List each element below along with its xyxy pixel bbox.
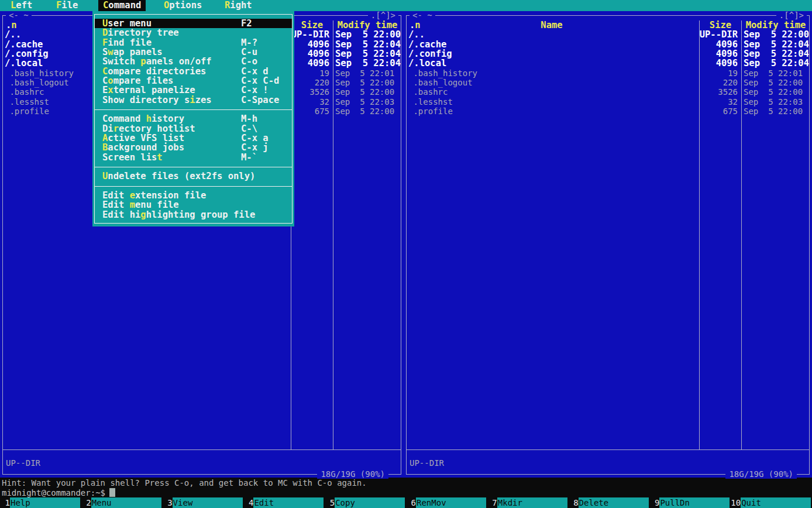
file-row-bash-logout[interactable]: .bash_logout220Sep 5 22:00 — [407, 78, 809, 87]
fkey-edit[interactable]: 4Edit — [243, 497, 325, 508]
file-name: /.local — [408, 59, 446, 68]
file-size: 3526 — [718, 87, 738, 97]
mc-screen: <- ~ .[^]> .n Name Size Modify time /..U… — [0, 0, 812, 508]
file-row-cache[interactable]: /.cache4096Sep 5 22:04 — [407, 40, 809, 49]
history-back-icon[interactable]: <- — [412, 11, 422, 20]
text-cursor — [109, 488, 115, 497]
file-mtime: Sep 5 22:03 — [335, 97, 400, 107]
fkey-view[interactable]: 3View — [163, 497, 244, 508]
file-row-local[interactable]: /.local4096Sep 5 22:04 — [407, 59, 809, 68]
menu-item-swap-panels[interactable]: Swap panelsC-u — [95, 47, 292, 57]
file-size: 675 — [315, 107, 329, 116]
menu-shortcut: C-x j — [241, 143, 269, 152]
file-name: .bashrc — [5, 87, 44, 97]
command-menu-dropdown: User menuF2Directory treeFind fileM-?Swa… — [92, 11, 294, 226]
file-name: .profile — [5, 107, 49, 116]
hint-line: Hint: Want your plain shell? Press C-o, … — [2, 478, 367, 488]
file-row-profile[interactable]: .profile675Sep 5 22:00 — [407, 107, 809, 116]
header-size[interactable]: Size — [700, 20, 741, 30]
file-size: 32 — [728, 97, 738, 107]
fkey-label: View — [173, 497, 243, 508]
menu-shortcut: M-h — [241, 114, 257, 123]
fkey-label: Mkdir — [497, 497, 567, 508]
menu-item-switch-panels-on-off[interactable]: Switch panels on/offC-o — [95, 57, 292, 66]
file-mtime: Sep 5 22:00 — [335, 107, 400, 116]
fkey-label: Edit — [253, 497, 324, 508]
file-size: 220 — [315, 78, 329, 87]
file-name: .lesshst — [5, 97, 49, 107]
dropdown-items: User menuF2Directory treeFind fileM-?Swa… — [95, 19, 292, 219]
file-size: UP--DIR — [291, 30, 329, 39]
file-size: 4096 — [716, 49, 738, 59]
menu-item-external-panelize[interactable]: External panelizeC-x ! — [95, 85, 292, 95]
shell-prompt[interactable]: midnight@commander:~$ — [2, 488, 115, 497]
menu-item-edit-menu-file[interactable]: Edit menu file — [95, 200, 292, 210]
menu-left[interactable]: Left — [11, 0, 32, 11]
fkey-pulldn[interactable]: 9PullDn — [649, 497, 731, 508]
menu-shortcut: C-x a — [241, 133, 269, 143]
file-name: /.config — [5, 49, 49, 59]
menu-item-undelete-files-ext2fs-only[interactable]: Undelete files (ext2fs only) — [95, 171, 292, 181]
panel-nav-controls[interactable]: .[^]> — [368, 11, 398, 20]
fkey-renmov[interactable]: 6RenMov — [406, 497, 487, 508]
menu-item-command-history[interactable]: Command historyM-h — [95, 114, 292, 123]
menu-item-directory-hotlist[interactable]: Directory hotlistC-\ — [95, 124, 292, 133]
menu-shortcut: C-o — [241, 57, 257, 66]
menu-item-show-directory-sizes[interactable]: Show directory sizesC-Space — [95, 95, 292, 105]
fkey-quit[interactable]: 10Quit — [731, 497, 812, 508]
fkey-label: Menu — [91, 497, 161, 508]
panel-path[interactable]: ~ — [23, 11, 28, 20]
file-name: /.. — [408, 30, 425, 39]
header-mtime[interactable]: Modify time — [743, 20, 808, 30]
fkey-menu[interactable]: 2Menu — [81, 497, 163, 508]
status-separator — [2, 449, 401, 450]
menu-shortcut: C-x ! — [241, 85, 269, 95]
menu-item-compare-files[interactable]: Compare filesC-x C-d — [95, 76, 292, 85]
panel-border — [401, 15, 401, 475]
menu-item-user-menu[interactable]: User menuF2 — [95, 19, 292, 28]
panel-nav-controls[interactable]: .[^]> — [776, 11, 807, 20]
file-mtime: Sep 5 22:00 — [335, 30, 400, 39]
menu-options[interactable]: Options — [164, 0, 202, 11]
file-size: 4096 — [308, 40, 329, 49]
file-name: .profile — [408, 107, 453, 116]
file-row-bash-history[interactable]: .bash_history19Sep 5 22:01 — [407, 68, 809, 78]
menu-shortcut: M-? — [241, 38, 257, 47]
history-back-icon[interactable]: <- — [9, 11, 19, 20]
file-name: .lesshst — [408, 97, 453, 107]
menu-item-edit-extension-file[interactable]: Edit extension file — [95, 191, 292, 200]
header-mtime[interactable]: Modify time — [335, 20, 400, 30]
panel-header-row: .n Name Size Modify time — [407, 20, 809, 30]
menu-item-active-vfs-list[interactable]: Active VFS listC-x a — [95, 133, 292, 143]
menu-item-compare-directories[interactable]: Compare directoriesC-x d — [95, 67, 292, 76]
menu-right[interactable]: Right — [225, 0, 252, 11]
file-mtime: Sep 5 22:04 — [744, 49, 808, 59]
menu-file[interactable]: File — [56, 0, 78, 11]
file-mtime: Sep 5 22:03 — [744, 97, 808, 107]
file-mtime: Sep 5 22:00 — [744, 30, 808, 39]
menu-shortcut: C-\ — [241, 124, 257, 133]
menu-item-directory-tree[interactable]: Directory tree — [95, 28, 292, 37]
menu-shortcut: F2 — [241, 19, 252, 28]
file-row-lesshst[interactable]: .lesshst32Sep 5 22:03 — [407, 97, 809, 107]
file-row-bashrc[interactable]: .bashrc3526Sep 5 22:00 — [407, 87, 809, 97]
fkey-delete[interactable]: 8Delete — [569, 497, 650, 508]
menu-item-screen-list[interactable]: Screen listM-` — [95, 153, 292, 162]
file-row-[interactable]: /..UP--DIRSep 5 22:00 — [407, 30, 809, 39]
menu-item-background-jobs[interactable]: Background jobsC-x j — [95, 143, 292, 152]
header-size[interactable]: Size — [291, 20, 333, 30]
fkey-label: Quit — [741, 497, 811, 508]
panel-path[interactable]: ~ — [427, 11, 432, 20]
fkey-copy[interactable]: 5Copy — [325, 497, 406, 508]
file-row-config[interactable]: /.config4096Sep 5 22:04 — [407, 49, 809, 59]
header-name[interactable]: Name — [407, 20, 697, 30]
menu-item-find-file[interactable]: Find fileM-? — [95, 38, 292, 47]
menu-item-edit-highlighting-group-file[interactable]: Edit highlighting group file — [95, 210, 292, 219]
fkey-number: 6 — [406, 497, 416, 508]
file-name: /.cache — [5, 40, 43, 49]
fkey-mkdir[interactable]: 7Mkdir — [487, 497, 569, 508]
menu-command[interactable]: Command — [98, 0, 146, 11]
fkey-label: Copy — [335, 497, 405, 508]
file-name: .bash_logout — [5, 78, 69, 87]
fkey-help[interactable]: 1Help — [0, 497, 81, 508]
